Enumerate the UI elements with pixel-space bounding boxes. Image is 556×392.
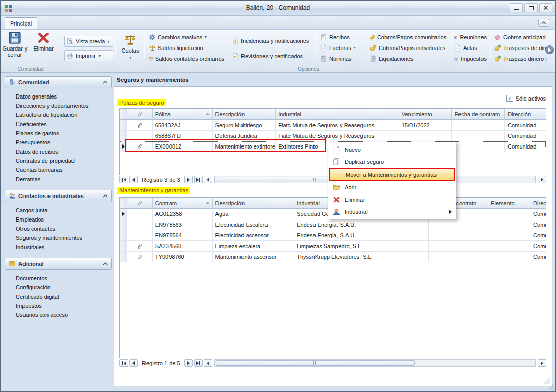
revisiones-label: Revisiones y certificados <box>241 53 303 59</box>
actas-button[interactable]: Actas <box>452 42 488 53</box>
sidebar-item-cargos-junta[interactable]: Cargos junta <box>5 206 112 215</box>
scroll-right-button[interactable] <box>538 176 546 183</box>
attachment-header[interactable] <box>127 109 153 120</box>
next-record-button[interactable] <box>184 359 193 367</box>
descripcion-header[interactable]: Descripción <box>213 198 295 209</box>
menu-item-nuevo[interactable]: Nuevo <box>329 143 455 156</box>
nominas-button[interactable]: Nóminas <box>319 53 364 64</box>
last-record-button[interactable] <box>194 359 203 367</box>
traspasos-dinero-button[interactable]: Traspasos de din <box>493 42 553 53</box>
table-row[interactable]: SA234560 Limpieza escalera Limpiezas Sam… <box>120 241 546 252</box>
sidebar-item-datos-recibos[interactable]: Datos de recibos <box>5 147 112 156</box>
cambios-masivos-button[interactable]: Cambios masivos ▾ <box>147 32 226 42</box>
cell-direccion: Comunidad <box>530 219 546 230</box>
prev-record-button[interactable] <box>129 359 138 367</box>
attachment-header[interactable] <box>127 198 153 209</box>
chevron-up-icon <box>541 21 546 24</box>
sidebar-item-derramas[interactable]: Derramas <box>5 175 112 184</box>
solo-activos-checkbox[interactable]: ✓ <box>506 95 513 102</box>
maximize-button[interactable] <box>524 3 538 12</box>
scroll-left-button[interactable] <box>204 359 212 367</box>
menu-item-duplicar-seguro[interactable]: Duplicar seguro <box>329 156 455 168</box>
descripcion-header[interactable]: Descripción <box>213 109 276 120</box>
first-record-button[interactable] <box>119 176 128 183</box>
cobros-pagos-comunitarios-button[interactable]: Cobros/Pagos comunitarios <box>368 32 448 42</box>
tab-principal[interactable]: Principal <box>5 17 37 29</box>
revisiones-button[interactable]: Revisiones y certificados <box>230 51 314 62</box>
window-resize-grip[interactable] <box>548 384 554 390</box>
sort-asc-icon <box>206 113 210 115</box>
industrial-header[interactable]: Industrial <box>276 109 399 120</box>
liquidaciones-button[interactable]: Liquidaciones <box>368 53 448 64</box>
sidebar-item-contratos-propiedad[interactable]: Contratos de propiedad <box>5 156 112 165</box>
poliza-header[interactable]: Póliza <box>153 109 213 120</box>
table-row[interactable]: 658432AJ Seguro Multiriesgo Fiatc Mutua … <box>120 120 546 131</box>
sidebar-item-cuentas-bancarias[interactable]: Cuentas bancarias <box>5 165 112 175</box>
sidebar-item-impuestos[interactable]: Impuestos <box>5 301 112 310</box>
impuestos-button[interactable]: Impuestos <box>452 53 488 64</box>
sidebar-item-coeficientes[interactable]: Coeficientes <box>5 119 112 129</box>
sidebar-item-industriales[interactable]: Industriales <box>5 242 112 252</box>
saldos-contables-button[interactable]: Saldos contables ordinarios <box>147 53 226 64</box>
sidebar-section-contactos[interactable]: Contactos e industriales <box>5 190 112 202</box>
sidebar-item-direcciones[interactable]: Direcciones y departamentos <box>5 101 112 110</box>
sidebar-item-planes-gastos[interactable]: Planes de gastos <box>5 129 112 138</box>
cell-fecha-contrato <box>452 131 505 141</box>
table-row[interactable]: EN978564 Electricidad ascensor Endesa En… <box>120 230 546 241</box>
sidebar-section-adicional[interactable]: Adicional <box>5 258 112 270</box>
vencimiento-header[interactable]: Vencimiento <box>399 109 452 120</box>
sidebar-item-configuracion[interactable]: Configuración <box>5 283 112 292</box>
sidebar-item-certificado-digital[interactable]: Certificado digital <box>5 292 112 301</box>
last-record-button[interactable] <box>194 176 203 183</box>
recibos-button[interactable]: Recibos <box>319 32 364 42</box>
ribbon-overflow-button[interactable] <box>545 45 554 54</box>
incidencias-button[interactable]: Incidencias y notificaciones <box>230 36 314 46</box>
solo-activos-control[interactable]: ✓ Sólo activos <box>506 95 546 102</box>
next-record-button[interactable] <box>184 176 193 183</box>
reuniones-button[interactable]: Reuniones <box>452 32 488 42</box>
fecha-contrato-header[interactable]: Fecha de contrato <box>452 109 505 120</box>
scroll-right-button[interactable] <box>538 359 546 367</box>
scrollbar-thumb[interactable] <box>216 360 415 366</box>
vista-previa-button[interactable]: Vista previa ▾ <box>64 36 113 47</box>
sidebar-item-usuarios-acceso[interactable]: Usuarios con acceso <box>5 310 112 320</box>
table-row[interactable]: TY0098760 Mantenimiento ascensor ThyssnK… <box>120 252 546 262</box>
saldos-liquidacion-button[interactable]: Saldos liquidación <box>147 42 226 53</box>
cobros-anticipados-button[interactable]: Cobros anticipad <box>493 32 553 42</box>
imprimir-button[interactable]: Imprimir ▾ <box>64 50 113 61</box>
ribbon-collapse-button[interactable] <box>538 19 549 27</box>
table-row[interactable]: 658867HJ Defensa Juridica Fiatc Mutua de… <box>120 131 546 141</box>
menu-item-eliminar[interactable]: Eliminar <box>329 193 455 206</box>
sidebar-item-datos-generales[interactable]: Datos generales <box>5 92 112 101</box>
sidebar-item-documentos[interactable]: Documentos <box>5 274 112 283</box>
indicator-header <box>120 109 127 120</box>
elemento-header[interactable]: Elemento <box>488 198 530 209</box>
cuotas-button[interactable]: Cuotas ▾ <box>116 32 144 61</box>
title-bar[interactable]: Bailén, 20 - Comunidad <box>1 1 555 16</box>
sidebar-item-empleados[interactable]: Empleados <box>5 215 112 224</box>
sidebar-item-seguros-mantenimientos[interactable]: Seguros y mantenimientos <box>5 233 112 242</box>
sidebar-item-estructura-liquidacion[interactable]: Estructura de liquidación <box>5 110 112 119</box>
prev-record-button[interactable] <box>129 176 138 183</box>
direccion-header[interactable]: Dirección <box>530 198 546 209</box>
first-record-button[interactable] <box>119 359 128 367</box>
incidencias-label: Incidencias y notificaciones <box>241 38 309 44</box>
menu-item-abrir[interactable]: Abrir <box>329 181 455 193</box>
direccion-header[interactable]: Dirección <box>505 109 546 120</box>
sidebar-section-comunidad[interactable]: Comunidad <box>5 76 112 88</box>
guardar-cerrar-button[interactable]: Guardar y cerrar <box>1 30 29 65</box>
scroll-left-button[interactable] <box>204 176 212 183</box>
horizontal-scrollbar[interactable] <box>214 359 536 367</box>
facturas-button[interactable]: Facturas ▾ <box>319 42 364 53</box>
table-row[interactable]: EN978563 Electricidad Escalera Endesa En… <box>120 219 546 230</box>
menu-item-mover-a-mantenimientos[interactable]: Mover a Mantenimientos y garantías <box>330 169 454 180</box>
contrato-header[interactable]: Contrato <box>153 198 213 209</box>
sidebar-item-presupuestos[interactable]: Presupuestos <box>5 138 112 147</box>
traspaso-dinero-i-button[interactable]: Traspaso dinero i <box>493 53 553 64</box>
close-button[interactable] <box>539 3 552 12</box>
cobros-pagos-individuales-button[interactable]: Cobros/Pagos individuales <box>368 42 448 53</box>
sidebar-item-otros-contactos[interactable]: Otros contactos <box>5 224 112 233</box>
minimize-button[interactable] <box>510 3 523 12</box>
menu-item-industrial[interactable]: Industrial <box>329 206 455 218</box>
eliminar-button[interactable]: Eliminar <box>29 30 58 65</box>
